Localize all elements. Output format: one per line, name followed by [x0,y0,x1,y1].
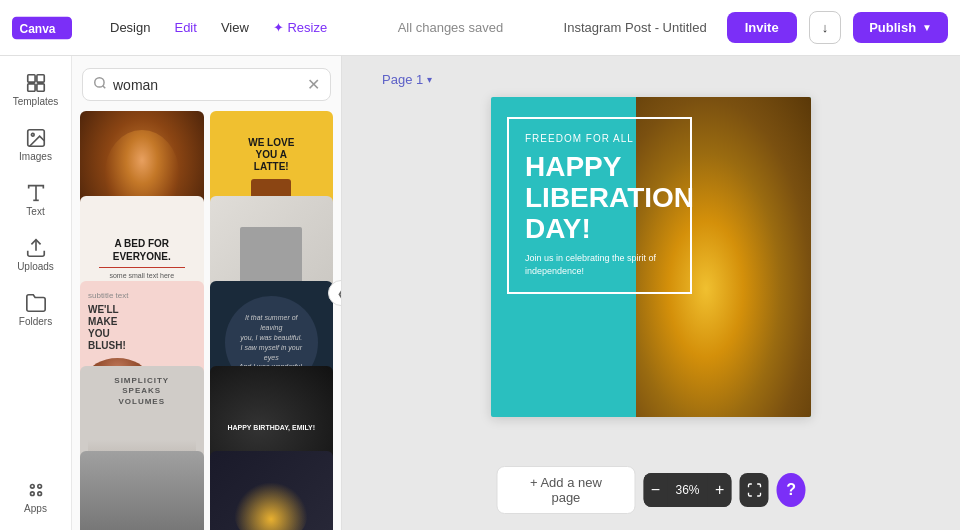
sidebar-item-uploads[interactable]: Uploads [4,229,68,280]
svg-point-16 [37,492,41,496]
sidebar-icons: Templates Images Text Uploads Folders Ap… [0,56,72,530]
main-layout: Templates Images Text Uploads Folders Ap… [0,56,960,530]
sidebar-item-text[interactable]: Text [4,174,68,225]
svg-point-13 [30,485,34,489]
save-status: All changes saved [341,20,559,35]
svg-line-18 [103,85,106,88]
zoom-in-button[interactable]: + [707,473,731,507]
svg-line-2 [192,0,212,12]
svg-text:Canva: Canva [20,21,56,35]
page-label[interactable]: Page 1 [382,72,423,87]
sidebar-folders-label: Folders [19,316,52,327]
help-button[interactable]: ? [777,473,806,507]
add-page-label: + Add a new page [522,475,611,505]
collapse-button[interactable]: ❮ [328,280,342,306]
sidebar-apps-label: Apps [24,503,47,514]
sidebar-item-templates[interactable]: Templates [4,64,68,115]
bottom-bar: + Add a new page − 36% + ? [497,466,806,514]
svg-rect-6 [27,75,34,82]
canvas-text-block: FREEDOM FOR ALL HAPPY LIBERATION DAY! Jo… [507,117,692,294]
download-button[interactable]: ↓ [809,11,842,44]
top-navigation: Canva Design Edit View ✦ Resize All chan… [0,0,960,56]
svg-point-11 [31,133,34,136]
search-panel: ✕ WE LOVEYOU ALATTE! A BED FOREVERYONE. [72,56,342,530]
sidebar-uploads-label: Uploads [17,261,54,272]
canvas-description: Join us in celebrating the spirit of ind… [525,252,674,277]
page-label-row: Page 1 ▾ [382,72,432,87]
panel-collapse-handle: ❮ [328,280,342,306]
search-input[interactable] [113,77,301,93]
sidebar-text-label: Text [26,206,44,217]
sidebar-item-images[interactable]: Images [4,119,68,170]
canvas-card[interactable]: FREEDOM FOR ALL HAPPY LIBERATION DAY! Jo… [491,97,811,417]
sidebar-item-folders[interactable]: Folders [4,284,68,335]
page-label-caret-icon[interactable]: ▾ [427,74,432,85]
publish-button[interactable]: Publish ▼ [853,12,948,43]
canvas-title: HAPPY LIBERATION DAY! [525,152,674,244]
sidebar-templates-label: Templates [13,96,59,107]
templates-grid: WE LOVEYOU ALATTE! A BED FOREVERYONE. so… [72,111,341,530]
download-icon: ↓ [822,20,829,35]
svg-point-14 [37,485,41,489]
search-clear-button[interactable]: ✕ [307,75,320,94]
svg-point-17 [95,77,104,86]
view-nav-btn[interactable]: View [211,14,259,41]
canvas-subtitle: FREEDOM FOR ALL [525,133,674,144]
svg-rect-9 [36,84,43,91]
svg-rect-7 [36,75,43,82]
svg-point-15 [30,492,34,496]
sidebar-item-apps[interactable]: Apps [4,471,68,522]
template-card-10[interactable] [210,451,334,530]
publish-caret-icon: ▼ [922,22,932,33]
zoom-value: 36% [667,483,707,497]
canva-logo[interactable]: Canva [12,14,92,42]
search-icon [93,76,107,94]
sidebar-images-label: Images [19,151,52,162]
resize-nav-btn[interactable]: ✦ Resize [263,14,337,41]
add-page-button[interactable]: + Add a new page [497,466,636,514]
search-bar: ✕ [82,68,331,101]
template-card-9[interactable]: ESCAPE TO [80,451,204,530]
fullscreen-button[interactable] [740,473,769,507]
resize-icon: ✦ [273,20,284,35]
edit-nav-wrap: Edit [164,14,206,41]
svg-rect-8 [27,84,34,91]
design-nav-btn[interactable]: Design [100,14,160,41]
zoom-controls: − 36% + [643,473,731,507]
zoom-out-button[interactable]: − [643,473,667,507]
edit-nav-btn[interactable]: Edit [164,14,206,41]
invite-button[interactable]: Invite [727,12,797,43]
document-title: Instagram Post - Untitled [564,20,707,35]
canvas-area: Page 1 ▾ FREEDOM FOR ALL HAPPY LIBERATIO… [342,56,960,530]
